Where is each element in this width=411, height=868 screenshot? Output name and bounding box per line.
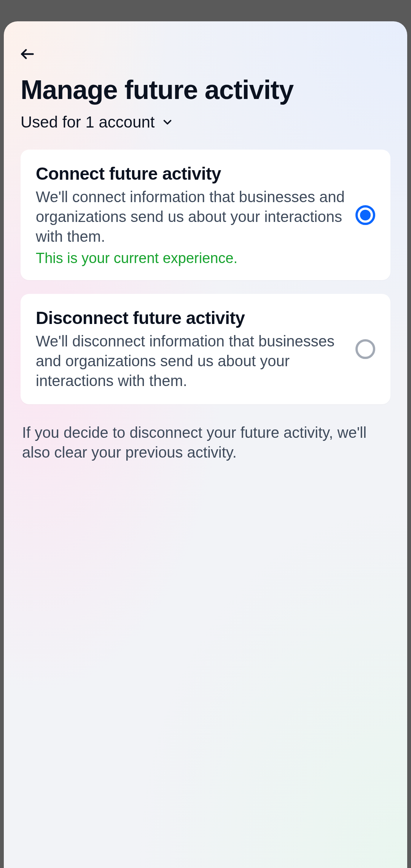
settings-sheet: Manage future activity Used for 1 accoun… bbox=[4, 21, 407, 868]
radio-outer-icon bbox=[355, 339, 375, 359]
arrow-left-icon bbox=[19, 46, 36, 62]
option-disconnect-title: Disconnect future activity bbox=[36, 308, 345, 328]
option-connect-radio[interactable] bbox=[355, 205, 375, 225]
account-selector-label: Used for 1 account bbox=[21, 113, 155, 131]
option-connect-title: Connect future activity bbox=[36, 163, 345, 184]
option-connect-current-note: This is your current experience. bbox=[36, 250, 345, 266]
option-disconnect-radio[interactable] bbox=[355, 339, 375, 359]
chevron-down-icon bbox=[161, 116, 174, 129]
option-disconnect-card[interactable]: Disconnect future activity We'll disconn… bbox=[21, 294, 390, 404]
option-disconnect-text: Disconnect future activity We'll disconn… bbox=[36, 308, 345, 391]
footer-note: If you decide to disconnect your future … bbox=[21, 418, 390, 462]
option-connect-text: Connect future activity We'll connect in… bbox=[36, 163, 345, 266]
radio-inner-icon bbox=[360, 210, 371, 220]
page-title: Manage future activity bbox=[21, 75, 390, 105]
option-connect-card[interactable]: Connect future activity We'll connect in… bbox=[21, 150, 390, 280]
option-disconnect-description: We'll disconnect information that busine… bbox=[36, 331, 345, 391]
account-selector[interactable]: Used for 1 account bbox=[21, 113, 390, 131]
back-button[interactable] bbox=[19, 43, 40, 65]
option-connect-description: We'll connect information that businesse… bbox=[36, 187, 345, 246]
